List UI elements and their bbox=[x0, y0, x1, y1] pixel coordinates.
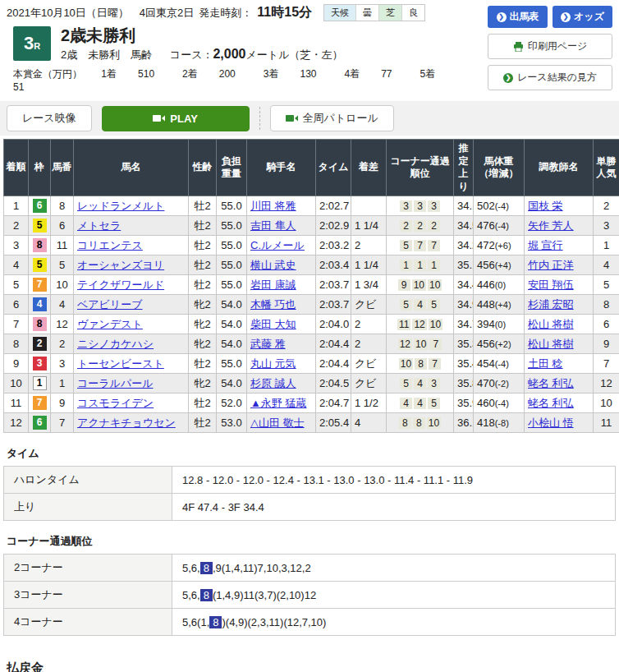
trainer-cell: 松山 将樹 bbox=[525, 315, 594, 334]
finish-position: 7 bbox=[4, 315, 29, 334]
jockey-link[interactable]: 横山 武史 bbox=[250, 259, 296, 271]
horse-weight: 418 bbox=[477, 417, 495, 429]
trainer-link[interactable]: 国枝 栄 bbox=[528, 200, 563, 212]
win-popularity: 1 bbox=[594, 236, 619, 255]
horse-name-link[interactable]: ヴァンデスト bbox=[77, 318, 143, 330]
col-estimated-last3f: 推定上り bbox=[454, 140, 474, 196]
play-button[interactable]: PLAY bbox=[102, 106, 250, 131]
trainer-link[interactable]: 杉浦 宏昭 bbox=[528, 298, 574, 311]
estimated-last3f: 35.1 bbox=[454, 255, 474, 275]
horse-name-link[interactable]: ベアビリーブ bbox=[77, 298, 143, 311]
horse-name-link[interactable]: オーシャンズヨリ bbox=[77, 259, 164, 271]
sex-age: 牝2 bbox=[189, 295, 217, 315]
bracket-badge: 1 bbox=[33, 376, 47, 390]
estimated-last3f: 36.1 bbox=[454, 413, 474, 433]
horse-name-link[interactable]: メトセラ bbox=[77, 219, 121, 232]
turf-condition: 良 bbox=[402, 5, 424, 21]
bracket-badge: 8 bbox=[33, 317, 47, 331]
jockey-link[interactable]: ▲永野 猛蔵 bbox=[250, 397, 306, 409]
finish-time: 2:05.4 bbox=[316, 413, 351, 433]
jockey-link[interactable]: 川田 将雅 bbox=[250, 200, 296, 212]
horse-name-link[interactable]: ニシノカケハシ bbox=[77, 338, 154, 350]
horse-name-link[interactable]: レッドランメルト bbox=[77, 200, 164, 212]
start-time-label: 発走時刻： bbox=[199, 6, 252, 21]
trainer-link[interactable]: 蛯名 利弘 bbox=[528, 397, 574, 409]
carried-weight: 54.0 bbox=[217, 374, 247, 394]
horse-weight-cell: 456(+2) bbox=[474, 334, 525, 354]
col-corner-order: コーナー通過順位 bbox=[387, 140, 454, 196]
win-popularity: 3 bbox=[594, 216, 619, 236]
horse-weight-diff: (+4) bbox=[495, 300, 511, 310]
horse-name-link[interactable]: コーラルパール bbox=[77, 377, 154, 389]
carried-weight: 55.0 bbox=[217, 275, 247, 295]
trainer-link[interactable]: 小桧山 悟 bbox=[528, 417, 574, 429]
jockey-link[interactable]: 木幡 巧也 bbox=[250, 298, 296, 311]
horse-name-link[interactable]: トーセンビースト bbox=[77, 357, 164, 370]
horse-weight-cell: 472(+6) bbox=[474, 236, 525, 255]
bracket-cell: 6 bbox=[29, 196, 51, 216]
winner-highlight: 8 bbox=[209, 616, 222, 628]
margin: 1 3/4 bbox=[351, 275, 387, 295]
corner-row-value: 5,6,8(1,4,9)11(3,7)(2,10)12 bbox=[172, 582, 616, 609]
horse-name-cell: トーセンビースト bbox=[74, 354, 189, 374]
corner-position: 11 bbox=[397, 319, 410, 330]
jockey-link[interactable]: 武藤 雅 bbox=[250, 338, 286, 350]
horse-weight-diff: (0) bbox=[495, 280, 506, 290]
jockey-link[interactable]: 岩田 康誠 bbox=[250, 278, 296, 291]
horse-name-link[interactable]: アクナキチョウセン bbox=[77, 417, 176, 429]
trainer-link[interactable]: 矢作 芳人 bbox=[528, 219, 574, 232]
jockey-cell: △山田 敬士 bbox=[247, 413, 316, 433]
patrol-video-button[interactable]: 全周パトロール bbox=[270, 105, 394, 131]
horse-weight-cell: 446(0) bbox=[474, 275, 525, 295]
trainer-link[interactable]: 安田 翔伍 bbox=[528, 278, 574, 291]
carried-weight: 55.0 bbox=[217, 255, 247, 275]
jockey-link[interactable]: 丸山 元気 bbox=[250, 357, 296, 370]
corner-position: 10 bbox=[412, 279, 426, 291]
table-row: 7812ヴァンデスト牝254.0柴田 大知2:04.0211121034.739… bbox=[4, 315, 619, 334]
bracket-badge: 6 bbox=[33, 416, 47, 430]
trainer-link[interactable]: 土田 稔 bbox=[528, 357, 563, 370]
finish-time: 2:04.0 bbox=[316, 315, 351, 334]
arrow-circle-icon: ❯ bbox=[503, 73, 513, 83]
corner-position: 12 bbox=[398, 338, 412, 350]
jockey-link[interactable]: 柴田 大知 bbox=[250, 318, 296, 330]
trainer-link[interactable]: 堀 宣行 bbox=[528, 239, 563, 251]
print-page-button[interactable]: 印刷用ページ bbox=[488, 34, 612, 59]
top-bar: 2021年10月10日（日曜） 4回東京2日 発走時刻： 11時15分 天候 曇… bbox=[0, 0, 619, 101]
payout-section-header: 払戻金 bbox=[7, 660, 612, 672]
bracket-badge: 5 bbox=[33, 258, 47, 272]
win-popularity: 4 bbox=[594, 255, 619, 275]
horse-number: 2 bbox=[51, 334, 74, 354]
jockey-link[interactable]: △山田 敬士 bbox=[250, 417, 305, 429]
odds-button[interactable]: ❯ オッズ bbox=[553, 6, 612, 28]
horse-number: 12 bbox=[51, 315, 74, 334]
jockey-link[interactable]: 吉田 隼人 bbox=[250, 219, 296, 232]
jockey-link[interactable]: C.ルメール bbox=[250, 239, 305, 251]
jockey-cell: 杉原 誠人 bbox=[247, 374, 316, 394]
horse-name-cell: オーシャンズヨリ bbox=[74, 255, 189, 275]
trainer-link[interactable]: 蛯名 利弘 bbox=[528, 377, 574, 389]
corner-position: 8 bbox=[413, 417, 425, 429]
horse-name-link[interactable]: テイクザワールド bbox=[77, 278, 164, 291]
trainer-cell: 堀 宣行 bbox=[525, 236, 594, 255]
trainer-cell: 国枝 栄 bbox=[525, 196, 594, 216]
estimated-last3f: 34.7 bbox=[454, 315, 474, 334]
corner-position: 5 bbox=[428, 299, 440, 311]
trainer-link[interactable]: 松山 将樹 bbox=[528, 318, 574, 330]
corner-order-cell: 1087 bbox=[387, 354, 454, 374]
horse-number: 3 bbox=[51, 354, 74, 374]
table-row: 168レッドランメルト牡255.0川田 将雅2:02.733334.1502(-… bbox=[4, 196, 619, 216]
table-row: 455オーシャンズヨリ牡255.0横山 武史2:03.41 1/411135.1… bbox=[4, 255, 619, 275]
horse-weight: 456 bbox=[477, 338, 495, 350]
col-time: タイム bbox=[316, 140, 351, 196]
jockey-link[interactable]: 杉原 誠人 bbox=[250, 377, 296, 389]
bracket-cell: 2 bbox=[29, 334, 51, 354]
race-video-label-button[interactable]: レース映像 bbox=[7, 105, 92, 131]
entries-button[interactable]: ❯ 出馬表 bbox=[488, 6, 548, 28]
trainer-link[interactable]: 松山 将樹 bbox=[528, 338, 574, 350]
bracket-cell: 8 bbox=[29, 315, 51, 334]
results-guide-button[interactable]: ❯ レース結果の見方 bbox=[488, 65, 612, 90]
trainer-link[interactable]: 竹内 正洋 bbox=[528, 259, 574, 271]
horse-name-link[interactable]: コスモライデン bbox=[77, 397, 154, 409]
horse-name-link[interactable]: コリエンテス bbox=[77, 239, 143, 251]
